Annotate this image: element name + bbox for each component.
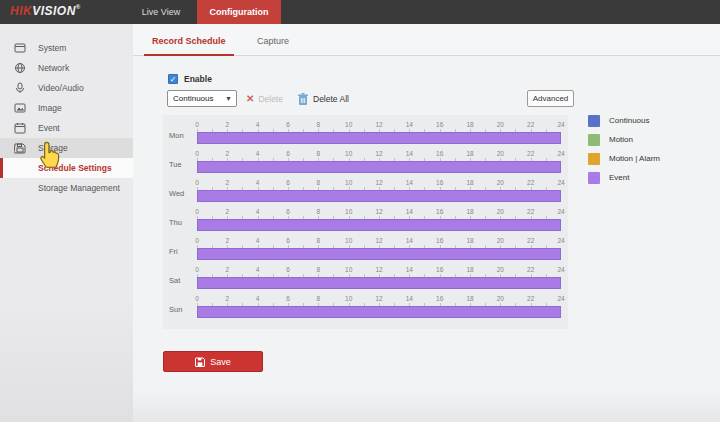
time-label: 20 [497, 150, 504, 157]
schedule-track[interactable] [197, 219, 561, 231]
time-label: 4 [256, 150, 260, 157]
save-button[interactable]: Save [163, 351, 263, 372]
schedule-track[interactable] [197, 161, 561, 173]
time-label: 6 [286, 150, 290, 157]
tab-capture[interactable]: Capture [249, 24, 297, 56]
sidebar-item-event[interactable]: Event [0, 118, 133, 138]
time-label: 4 [256, 179, 260, 186]
enable-checkbox[interactable]: ✓ [168, 74, 178, 84]
sidebar-item-network[interactable]: Network [0, 58, 133, 78]
legend-item-event: Event [588, 168, 660, 187]
time-label: 12 [375, 121, 382, 128]
chevron-down-icon: ▼ [225, 91, 232, 106]
record-type-select[interactable]: Continuous ▼ [167, 90, 237, 107]
day-label: Wed [169, 189, 184, 198]
schedule-bar-event[interactable] [197, 132, 561, 144]
time-label: 24 [557, 150, 564, 157]
time-label: 4 [256, 266, 260, 273]
legend-label: Motion | Alarm [609, 154, 660, 163]
schedule-track[interactable] [197, 277, 561, 289]
record-type-legend: Continuous Motion Motion | Alarm Event [588, 111, 660, 187]
time-label: 22 [527, 150, 534, 157]
time-label: 24 [557, 266, 564, 273]
time-label: 18 [466, 208, 473, 215]
schedule-track[interactable] [197, 132, 561, 144]
day-label: Sat [169, 276, 180, 285]
schedule-bar-event[interactable] [197, 161, 561, 173]
time-label: 20 [497, 179, 504, 186]
time-ruler: 024681012141618202224 [197, 295, 561, 303]
time-label: 8 [317, 121, 321, 128]
sidebar: System Network Video/Audio Image Event S… [0, 24, 133, 422]
time-label: 12 [375, 179, 382, 186]
enable-row: ✓ Enable [168, 73, 212, 85]
time-label: 6 [286, 179, 290, 186]
day-label: Tue [169, 160, 182, 169]
time-label: 0 [195, 121, 199, 128]
sidebar-item-label: Video/Audio [38, 83, 84, 93]
schedule-bar-event[interactable] [197, 190, 561, 202]
nav-tab-configuration[interactable]: Configuration [197, 0, 281, 24]
time-label: 0 [195, 179, 199, 186]
trash-icon [298, 93, 313, 105]
time-ruler: 024681012141618202224 [197, 150, 561, 158]
time-label: 6 [286, 295, 290, 302]
legend-label: Motion [609, 135, 633, 144]
time-label: 16 [436, 150, 443, 157]
time-label: 14 [406, 208, 413, 215]
sidebar-item-image[interactable]: Image [0, 98, 133, 118]
time-label: 16 [436, 266, 443, 273]
schedule-bar-event[interactable] [197, 306, 561, 318]
schedule-row: Sun 024681012141618202224 [163, 293, 568, 322]
nav-tab-live-view[interactable]: Live View [125, 0, 197, 24]
enable-label: Enable [184, 74, 212, 84]
sidebar-item-system[interactable]: System [0, 38, 133, 58]
time-label: 12 [375, 266, 382, 273]
time-label: 18 [466, 179, 473, 186]
time-label: 14 [406, 179, 413, 186]
schedule-track[interactable] [197, 306, 561, 318]
time-label: 2 [226, 208, 230, 215]
schedule-track[interactable] [197, 248, 561, 260]
time-label: 20 [497, 237, 504, 244]
sidebar-subitem-schedule-settings[interactable]: Schedule Settings [0, 158, 133, 178]
time-label: 8 [317, 295, 321, 302]
delete-all-button[interactable]: Delete All [298, 91, 349, 106]
sidebar-subitem-label: Storage Management [38, 183, 120, 193]
advanced-button[interactable]: Advanced [527, 90, 574, 107]
time-label: 18 [466, 121, 473, 128]
time-label: 0 [195, 208, 199, 215]
schedule-bar-event[interactable] [197, 277, 561, 289]
schedule-bar-event[interactable] [197, 248, 561, 260]
time-label: 4 [256, 208, 260, 215]
sidebar-item-video-audio[interactable]: Video/Audio [0, 78, 133, 98]
tab-record-schedule[interactable]: Record Schedule [144, 24, 234, 56]
schedule-track[interactable] [197, 190, 561, 202]
time-label: 12 [375, 237, 382, 244]
time-label: 24 [557, 237, 564, 244]
time-label: 12 [375, 150, 382, 157]
sidebar-item-storage[interactable]: Storage [0, 138, 133, 158]
time-label: 8 [317, 150, 321, 157]
time-label: 14 [406, 295, 413, 302]
time-label: 16 [436, 295, 443, 302]
top-bar: HIKVISION® Live View Configuration [0, 0, 720, 24]
save-floppy-icon [195, 357, 210, 367]
time-label: 18 [466, 150, 473, 157]
time-label: 10 [345, 150, 352, 157]
schedule-bar-event[interactable] [197, 219, 561, 231]
schedule-grid: Mon 024681012141618202224 Tue 0246810121… [163, 115, 568, 329]
time-label: 22 [527, 266, 534, 273]
delete-button[interactable]: ✕ Delete [246, 91, 283, 106]
time-label: 14 [406, 121, 413, 128]
legend-label: Event [609, 173, 629, 182]
time-label: 24 [557, 179, 564, 186]
time-label: 8 [317, 266, 321, 273]
sidebar-item-label: System [38, 43, 66, 53]
sidebar-subitem-storage-management[interactable]: Storage Management [0, 178, 133, 198]
sidebar-subitem-label: Schedule Settings [38, 163, 112, 173]
time-label: 24 [557, 208, 564, 215]
time-label: 10 [345, 121, 352, 128]
time-ruler: 024681012141618202224 [197, 208, 561, 216]
time-label: 10 [345, 179, 352, 186]
